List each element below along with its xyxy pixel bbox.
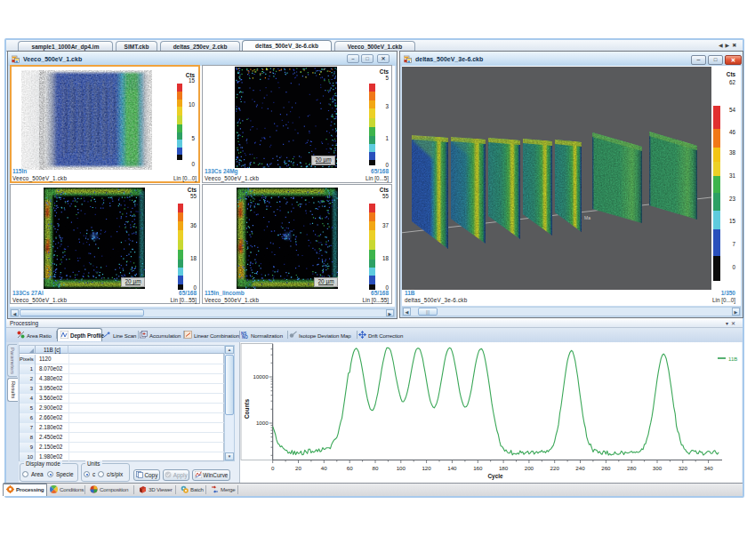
svg-text:320: 320 xyxy=(679,465,688,471)
svg-text:300: 300 xyxy=(653,465,663,471)
svg-text:NO: NO xyxy=(242,335,248,339)
svg-text:40: 40 xyxy=(321,465,327,471)
svg-text:200: 200 xyxy=(525,465,534,471)
svg-text:180: 180 xyxy=(499,465,509,471)
svg-text:10000: 10000 xyxy=(253,373,269,380)
svg-text:80: 80 xyxy=(373,465,379,471)
svg-text:240: 240 xyxy=(575,465,585,471)
svg-text:140: 140 xyxy=(447,465,457,471)
svg-text:160: 160 xyxy=(473,465,483,471)
svg-text:280: 280 xyxy=(627,465,637,471)
svg-text:0: 0 xyxy=(271,465,275,471)
svg-text:260: 260 xyxy=(601,465,611,471)
svg-text:1000: 1000 xyxy=(256,420,269,426)
svg-text:Counts: Counts xyxy=(244,399,250,419)
svg-text:220: 220 xyxy=(550,465,560,471)
svg-text:60: 60 xyxy=(347,465,353,471)
svg-text:Cycle: Cycle xyxy=(487,473,502,480)
svg-text:340: 340 xyxy=(703,465,713,471)
svg-text:120: 120 xyxy=(422,465,431,471)
svg-text:100: 100 xyxy=(397,465,406,471)
svg-text:20: 20 xyxy=(295,465,301,471)
svg-text:Ma: Ma xyxy=(584,215,590,220)
svg-text:11B: 11B xyxy=(728,356,737,362)
